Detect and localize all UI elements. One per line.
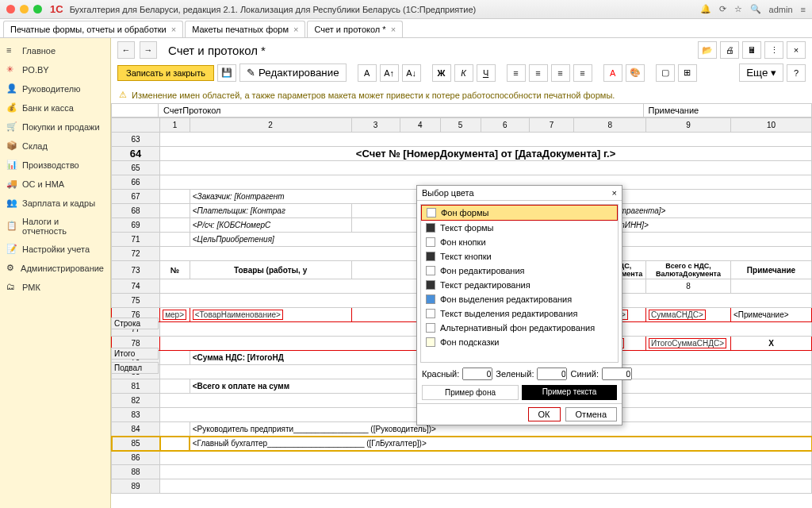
close-page-icon[interactable]: × [787,41,806,59]
tab-invoice[interactable]: Счет и протокол *× [307,21,403,37]
color-list[interactable]: Фон формы Текст формы Фон кнопки Текст к… [420,204,619,363]
sidebar-item-settings[interactable]: 📝Настройки учета [0,240,110,259]
gear-icon: ⚙ [6,263,16,274]
tabs-bar: Печатные формы, отчеты и обработки× Маке… [0,19,812,38]
app-title: Бухгалтерия для Беларуси, редакция 2.1. … [70,5,700,14]
save-close-button[interactable]: Записать и закрыть [117,65,214,81]
row-section-line: Строка [111,318,159,329]
save-icon[interactable]: 💾 [217,64,236,82]
nav-back[interactable]: ← [117,41,135,59]
window-titlebar: 1C Бухгалтерия для Беларуси, редакция 2.… [0,0,812,19]
sidebar-item-rmk[interactable]: 🗂РМК [0,278,110,297]
sidebar-item-salary[interactable]: 👥Зарплата и кадры [0,194,110,213]
rgb-green-input[interactable] [537,368,567,380]
sidebar-item-manager[interactable]: 👤Руководителю [0,79,110,98]
chart-icon: 📊 [6,160,17,171]
rgb-red-input[interactable] [462,368,492,380]
people-icon: 👥 [6,198,17,209]
maximize-window-icon[interactable] [33,5,42,13]
close-window-icon[interactable] [6,5,15,13]
font-size-inc-icon[interactable]: A↑ [380,64,399,82]
align-center-icon[interactable]: ≡ [529,64,548,82]
doc-icon: 📝 [6,244,17,255]
color-item-sel-text[interactable]: Текст выделения редактирования [421,306,618,321]
nav-forward[interactable]: → [140,41,157,59]
modal-title: Выбор цвета [422,188,474,198]
close-icon[interactable]: × [293,25,298,34]
user-label[interactable]: admin [769,5,793,14]
toolbar: Записать и закрыть 💾 ✎ Редактирование A … [111,62,812,87]
color-item-form-text[interactable]: Текст формы [421,221,618,235]
folder-icon: 🗂 [6,282,17,293]
person-icon: 👤 [6,83,17,94]
sidebar-item-assets[interactable]: 🚚ОС и НМА [0,175,110,194]
open-icon[interactable]: 📂 [698,41,717,59]
color-item-btn-bg[interactable]: Фон кнопки [421,235,618,249]
color-item-form-bg[interactable]: Фон формы [421,205,618,221]
color-item-hint-bg[interactable]: Фон подсказки [421,335,618,349]
color-item-btn-text[interactable]: Текст кнопки [421,249,618,264]
merge-icon[interactable]: ⊞ [678,64,697,82]
close-icon[interactable]: × [612,188,617,198]
star-icon[interactable]: ☆ [734,4,742,14]
cart-icon: 🛒 [6,121,17,133]
preview-text: Пример текста [522,385,617,400]
color-item-alt-edit-bg[interactable]: Альтернативный фон редактирования [421,321,618,335]
bell-icon[interactable]: 🔔 [700,4,711,14]
traffic-lights [6,5,42,13]
ok-button[interactable]: ОК [528,407,561,421]
underline-icon[interactable]: Ч [477,64,496,82]
history-icon[interactable]: ⟳ [719,4,726,14]
warning-icon: ⚠ [119,90,127,100]
warning-row: ⚠ Изменение имен областей, а также парам… [111,87,812,103]
menu-icon: ≡ [6,45,17,56]
row-section-total: Итого [111,348,159,360]
warning-text: Изменение имен областей, а также парамет… [132,90,615,100]
print-icon[interactable]: 🖨 [720,41,739,59]
search-icon[interactable]: 🔍 [750,4,761,14]
sheet-tab-note[interactable]: Примечание [644,104,813,117]
star-icon: ✳ [6,64,17,75]
sidebar-item-poby[interactable]: ✳PO.BY [0,60,110,79]
close-icon[interactable]: × [171,25,176,34]
bold-icon[interactable]: Ж [432,64,451,82]
calc-icon[interactable]: 🖩 [742,41,761,59]
edit-mode-button[interactable]: ✎ Редактирование [239,64,347,82]
sheet-tab-invoice[interactable]: СчетПротокол [159,104,644,117]
sidebar-item-main[interactable]: ≡Главное [0,41,110,60]
list-icon: 📋 [6,221,17,232]
sidebar-item-tax[interactable]: 📋Налоги и отчетность [0,213,110,240]
minimize-window-icon[interactable] [20,5,29,13]
sidebar-item-admin[interactable]: ⚙Администрирование [0,259,110,278]
font-color-icon[interactable]: A [603,64,622,82]
border-icon[interactable]: ▢ [656,64,675,82]
box-icon: 📦 [6,140,17,152]
color-item-sel-bg[interactable]: Фон выделения редактирования [421,292,618,306]
align-left-icon[interactable]: ≡ [507,64,526,82]
align-justify-icon[interactable]: ≡ [573,64,592,82]
sidebar-item-warehouse[interactable]: 📦Склад [0,137,110,156]
italic-icon[interactable]: К [454,64,473,82]
more-vert-icon[interactable]: ⋮ [764,41,783,59]
cancel-button[interactable]: Отмена [565,407,617,421]
font-name-icon[interactable]: A [358,64,377,82]
bg-color-icon[interactable]: 🎨 [626,64,645,82]
row-section-footer: Подвал [111,362,159,374]
sidebar-item-production[interactable]: 📊Производство [0,156,110,175]
logo-1c: 1C [50,3,63,15]
color-item-edit-text[interactable]: Текст редактирования [421,278,618,292]
tab-print-forms[interactable]: Печатные формы, отчеты и обработки× [3,21,183,37]
menu-icon[interactable]: ≡ [801,5,806,14]
page-title: Счет и протокол * [168,44,266,57]
more-button[interactable]: Еще ▾ [739,64,783,82]
tab-layouts[interactable]: Макеты печатных форм× [185,21,305,37]
money-icon: 💰 [6,102,17,114]
close-icon[interactable]: × [391,25,396,34]
font-size-dec-icon[interactable]: A↓ [402,64,421,82]
sidebar-item-bank[interactable]: 💰Банк и касса [0,98,110,117]
rgb-blue-input[interactable] [602,368,632,380]
sidebar-item-buy[interactable]: 🛒Покупки и продажи [0,117,110,137]
align-right-icon[interactable]: ≡ [551,64,570,82]
help-icon[interactable]: ? [787,64,806,82]
color-item-edit-bg[interactable]: Фон редактирования [421,264,618,278]
